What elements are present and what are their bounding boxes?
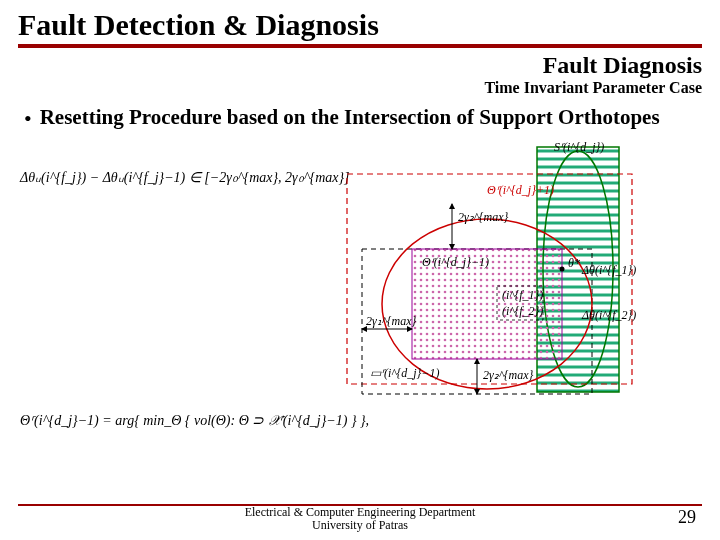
slide-subsubtitle: Time Invariant Parameter Case: [18, 79, 702, 97]
label-theta-star: θ*: [568, 256, 580, 270]
slide-title: Fault Detection & Diagnosis: [18, 8, 702, 48]
label-if2: (i^{f_2}): [502, 304, 543, 318]
label-if1: (i^{f_1}): [502, 288, 543, 302]
page-number: 29: [678, 507, 696, 528]
label-Sr: Sʳ(i^{d_j}): [554, 140, 604, 154]
footer-line1: Electrical & Computer Engineering Depart…: [245, 506, 476, 519]
label-2g1: 2γ₁^{max}: [366, 314, 417, 328]
footer-line2: University of Patras: [245, 519, 476, 532]
orthotope-diagram: Sʳ(i^{d_j}) Θʳ(i^{d_j}+1) Θʳ(i^{d_j}−1) …: [262, 139, 662, 419]
label-2g2b: 2γ₂^{max}: [483, 368, 534, 382]
point-theta-star: [560, 267, 565, 272]
footer-divider: [18, 504, 702, 506]
slide-subtitle: Fault Diagnosis: [18, 52, 702, 79]
footer: Electrical & Computer Engineering Depart…: [0, 506, 720, 532]
diagram-area: Δθᵤ(i^{f_j}) − Δθᵤ(i^{f_j}−1) ∈ [−2γ₀^{m…: [18, 139, 702, 429]
label-theta-plus: Θʳ(i^{d_j}+1): [487, 183, 554, 197]
label-dtheta-f2: Δθ(i^{f_2}): [581, 308, 636, 322]
bullet-item: • Resetting Procedure based on the Inter…: [18, 103, 702, 137]
label-theta-minus: Θʳ(i^{d_j}−1): [422, 255, 489, 269]
bullet-text: Resetting Procedure based on the Interse…: [40, 105, 660, 130]
bullet-dot-icon: •: [24, 105, 32, 133]
label-square-r: ▭ʳ(i^{d_j}−1): [370, 366, 439, 380]
label-2g2a: 2γ₂^{max}: [458, 210, 509, 224]
label-dtheta-f1: Δθ(i^{f_1}): [581, 263, 636, 277]
